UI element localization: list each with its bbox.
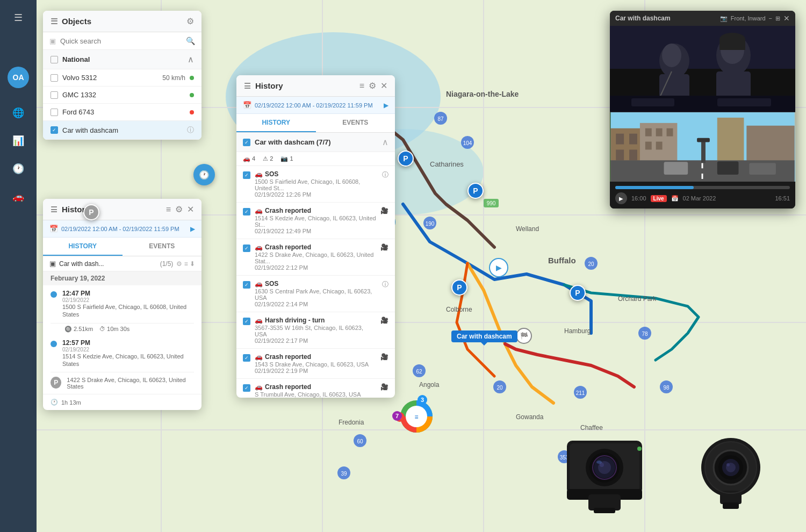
event-cam-icon-2[interactable]: 🎥 (380, 207, 388, 214)
history-fab[interactable]: 🕐 (193, 164, 215, 185)
dashcam-controls: 📷 Front, Inward − ⊞ ✕ (720, 14, 790, 23)
event-cam-icon-5[interactable]: 🎥 (380, 317, 388, 324)
dashcam-grid-icon[interactable]: ⊞ (775, 15, 780, 22)
svg-point-60 (662, 44, 681, 67)
history-small-list-icon[interactable]: ≡ (166, 205, 171, 214)
events-list: ✓ 🚗 SOS 1500 S Fairfield Ave, Chicago, I… (236, 166, 395, 398)
event-row-7: ✓ 🚗 Crash reported S Trumbull Ave, Chica… (236, 379, 395, 398)
history-large-tab-history[interactable]: HISTORY (236, 114, 316, 132)
search-input[interactable] (60, 37, 182, 45)
car-section-expand[interactable]: ∧ (382, 137, 388, 147)
play-marker-2[interactable]: ▶ (489, 258, 508, 277)
map-fab-container: ≡ 3 4 7 (398, 398, 424, 425)
svg-rect-91 (749, 163, 776, 175)
ford-checkbox[interactable] (51, 109, 58, 116)
avatar: OA (8, 67, 29, 88)
svg-text:Colborne: Colborne (446, 306, 472, 313)
history-small-close-icon[interactable]: ✕ (187, 204, 194, 214)
play-arrow-icon[interactable]: ▶ (190, 225, 195, 233)
svg-rect-77 (629, 134, 637, 145)
history-large-tab-events[interactable]: EVENTS (316, 114, 395, 132)
event-info-icon-4[interactable]: ⓘ (382, 280, 388, 289)
event-checkbox-6[interactable]: ✓ (243, 354, 250, 362)
event-row-5: ✓ 🚗 Harsh driving - turn 3567-3535 W 16t… (236, 312, 395, 349)
panel-menu-icon: ☰ (51, 17, 57, 26)
history-large-header: ☰ History ≡ ⚙ ✕ (236, 75, 395, 97)
event-cam-icon-3[interactable]: 🎥 (380, 243, 388, 251)
svg-text:39: 39 (341, 471, 347, 477)
event-checkbox-5[interactable]: ✓ (243, 318, 250, 325)
car-stats-row: 🚗 4 ⚠ 2 📷 1 (236, 152, 395, 166)
svg-text:98: 98 (663, 385, 670, 391)
calendar-large-icon: 📅 (243, 101, 251, 109)
car-section-checkbox[interactable]: ✓ (243, 139, 250, 146)
time-start: 16:00 (631, 195, 646, 202)
settings-icon[interactable]: ⚙ (186, 16, 194, 26)
sidebar-history[interactable]: 🕐 (8, 158, 29, 179)
dashcam-checkbox[interactable]: ✓ (51, 126, 58, 134)
history-small-menu-icon: ☰ (51, 205, 57, 214)
svg-text:Gowanda: Gowanda (516, 413, 544, 421)
svg-rect-84 (645, 142, 652, 150)
event-cam-icon-6[interactable]: 🎥 (380, 353, 388, 361)
history-large-date-bar: 📅 02/19/2022 12:00 AM - 02/19/2022 11:59… (236, 97, 395, 114)
history-large-close-icon[interactable]: ✕ (380, 81, 387, 91)
car-stat-3: 📷 1 (280, 155, 293, 162)
svg-text:20: 20 (588, 261, 594, 267)
crash-icon-4: 🚗 (255, 383, 263, 391)
sidebar-chart[interactable]: 📊 (8, 130, 29, 152)
gmc-checkbox[interactable] (51, 91, 58, 99)
event-checkbox-3[interactable]: ✓ (243, 245, 250, 252)
event-checkbox-4[interactable]: ✓ (243, 281, 250, 289)
event-row-1: ✓ 🚗 SOS 1500 S Fairfield Ave, Chicago, I… (236, 166, 395, 203)
history-large-list-icon[interactable]: ≡ (359, 81, 364, 91)
history-small-settings-icon[interactable]: ⚙ (175, 204, 183, 214)
svg-rect-72 (631, 98, 674, 106)
history-tab-history[interactable]: HISTORY (43, 238, 123, 256)
search-row: ▣ 🔍 (43, 32, 202, 50)
svg-rect-82 (656, 128, 663, 136)
dashcam-close-icon[interactable]: ✕ (783, 14, 790, 23)
chevron-up-icon[interactable]: ∧ (188, 54, 194, 64)
sidebar: ☰ OA 🌐 📊 🕐 🚗 (0, 0, 37, 532)
national-checkbox[interactable] (51, 56, 58, 63)
event-checkbox-2[interactable]: ✓ (243, 208, 250, 215)
svg-rect-108 (594, 508, 615, 513)
svg-rect-93 (701, 139, 706, 163)
dashcam-video-top (610, 26, 795, 112)
svg-text:Catharines: Catharines (430, 160, 464, 168)
history-small-date-bar: 📅 02/19/2022 12:00 AM - 02/19/2022 11:59… (43, 220, 202, 238)
hamburger-menu[interactable]: ☰ (14, 12, 23, 24)
play-arrow-large-icon[interactable]: ▶ (384, 102, 388, 109)
dashcam-minus-icon[interactable]: − (769, 15, 772, 21)
svg-rect-78 (616, 149, 624, 160)
volvo-checkbox[interactable] (51, 74, 58, 82)
video-exterior-frame (610, 112, 795, 182)
event-checkbox-7[interactable]: ✓ (243, 384, 250, 392)
sidebar-globe[interactable]: 🌐 (8, 102, 29, 124)
history-large-settings-icon[interactable]: ⚙ (369, 81, 376, 91)
event-info-icon-1[interactable]: ⓘ (382, 170, 388, 179)
history-tab-events[interactable]: EVENTS (123, 238, 202, 256)
badge-3: 3 (418, 395, 427, 405)
svg-text:62: 62 (416, 369, 422, 375)
svg-rect-120 (723, 502, 739, 509)
event-row-2: ✓ 🚗 Crash reported 1514 S Kedzie Ave, Ch… (236, 203, 395, 239)
play-button[interactable]: ▶ (615, 192, 627, 204)
small-car-row: ▣ Car with dash... (1/5) ⚙ ≡ ⬇ (43, 256, 202, 271)
svg-text:990: 990 (487, 200, 496, 206)
time-end: 16:51 (775, 195, 790, 202)
live-badge: Live (651, 195, 667, 202)
svg-text:Niagara-on-the-Lake: Niagara-on-the-Lake (446, 90, 519, 98)
distance-icon: 🔘 (64, 326, 72, 333)
timeline-progress-bar[interactable] (615, 186, 790, 189)
event-cam-icon-7[interactable]: 🎥 (380, 383, 388, 391)
svg-rect-73 (717, 98, 771, 106)
event-checkbox-1[interactable]: ✓ (243, 171, 250, 179)
sidebar-car[interactable]: 🚗 (8, 186, 29, 207)
svg-text:211: 211 (576, 390, 585, 396)
svg-text:20: 20 (496, 385, 503, 391)
history-large-tabs: HISTORY EVENTS (236, 114, 395, 133)
info-icon[interactable]: ⓘ (187, 125, 194, 135)
sos-icon-1: 🚗 (255, 170, 263, 178)
